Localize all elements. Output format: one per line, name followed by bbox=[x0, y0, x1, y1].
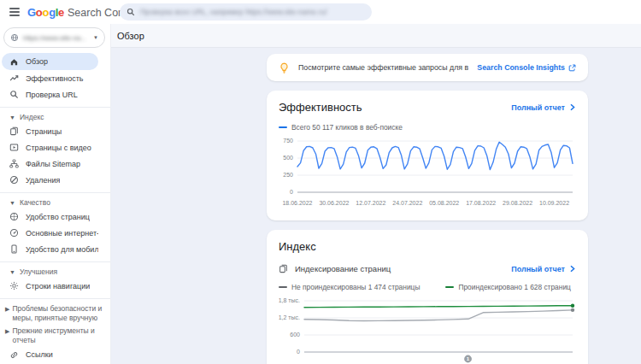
menu-icon[interactable] bbox=[3, 0, 26, 24]
sidebar: https://www.site-na... ▼ Обзор Эффективн… bbox=[0, 24, 111, 364]
pages-icon bbox=[9, 126, 19, 136]
breadcrumbs-icon bbox=[9, 281, 19, 291]
caret-down-icon: ▼ bbox=[9, 114, 15, 120]
sidebar-item-label: Основные интернет-по... bbox=[26, 229, 98, 238]
sidebar-item-breadcrumbs[interactable]: Строки навигации bbox=[2, 278, 98, 294]
search-input-value: Проверка всех URL, например https://www.… bbox=[140, 8, 327, 16]
property-url: https://www.site-na... bbox=[23, 34, 89, 42]
video-page-icon bbox=[9, 143, 19, 152]
index-chart: 1,8 тыс.1,2 тыс.60001 bbox=[279, 296, 576, 364]
block-icon bbox=[9, 175, 19, 185]
sidebar-item-legacy-tools[interactable]: ▶ Прежние инструменты и отчеты bbox=[0, 325, 110, 347]
sidebar-item-links[interactable]: Ссылки bbox=[2, 347, 98, 363]
sidebar-item-label: Строки навигации bbox=[26, 282, 90, 291]
speedometer-icon bbox=[9, 228, 19, 238]
search-icon bbox=[9, 90, 19, 99]
sidebar-section-quality[interactable]: ▼ Качество bbox=[0, 197, 110, 208]
chevron-right-icon bbox=[569, 265, 576, 273]
sitemap-icon bbox=[9, 159, 19, 168]
property-selector[interactable]: https://www.site-na... ▼ bbox=[3, 27, 105, 48]
pages-icon bbox=[279, 264, 288, 273]
sidebar-item-label: Эффективность bbox=[26, 74, 84, 83]
svg-text:24.07.2022: 24.07.2022 bbox=[392, 200, 422, 206]
svg-text:600: 600 bbox=[290, 332, 300, 338]
performance-card: Эффективность Полный отчет Всего 50 117 … bbox=[267, 91, 588, 220]
url-inspection-search-bar[interactable]: Проверка всех URL, например https://www.… bbox=[120, 3, 372, 21]
lightbulb-icon bbox=[279, 62, 290, 73]
home-icon bbox=[9, 57, 19, 67]
sidebar-item-performance[interactable]: Эффективность bbox=[2, 70, 98, 86]
sidebar-item-label: Файлы Sitemap bbox=[26, 160, 80, 168]
performance-full-report-link[interactable]: Полный отчет bbox=[511, 103, 576, 112]
page-header: Обзор bbox=[111, 24, 641, 48]
card-title: Эффективность bbox=[279, 101, 362, 114]
divider bbox=[0, 261, 110, 262]
banner-text: Посмотрите самые эффективные запросы для… bbox=[298, 63, 468, 72]
mobile-icon bbox=[9, 244, 19, 254]
caret-down-icon: ▼ bbox=[9, 269, 15, 275]
sidebar-item-label: Удобство страниц bbox=[26, 213, 90, 221]
sidebar-item-label: Ссылки bbox=[26, 350, 53, 359]
legend-not-indexed: Не проиндексированы 1 474 страницы bbox=[279, 283, 420, 291]
legend-dash-gray bbox=[279, 286, 287, 289]
sidebar-item-sitemaps[interactable]: Файлы Sitemap bbox=[2, 156, 98, 172]
external-link-icon bbox=[568, 64, 576, 72]
svg-text:29.08.2022: 29.08.2022 bbox=[503, 200, 532, 206]
card-title: Индекс bbox=[279, 240, 316, 253]
sidebar-item-overview[interactable]: Обзор bbox=[2, 53, 98, 70]
main-area: Обзор Посмотрите самые эффективные запро… bbox=[111, 24, 641, 364]
sidebar-item-label: Обзор bbox=[26, 57, 48, 66]
svg-text:0: 0 bbox=[297, 349, 300, 355]
svg-text:750: 750 bbox=[283, 138, 293, 144]
search-icon bbox=[126, 8, 135, 16]
sidebar-item-label: Удобство для мобильн... bbox=[26, 245, 98, 254]
sidebar-item-label: Удаления bbox=[26, 176, 60, 185]
svg-text:12.07.2022: 12.07.2022 bbox=[356, 200, 385, 206]
sidebar-section-index[interactable]: ▼ Индекс bbox=[0, 111, 110, 123]
divider bbox=[0, 192, 110, 193]
svg-text:05.08.2022: 05.08.2022 bbox=[429, 200, 459, 206]
legend-total-clicks: Всего 50 117 кликов в веб-поиске bbox=[279, 123, 403, 132]
sidebar-item-mobile-usability[interactable]: Удобство для мобильн... bbox=[2, 241, 98, 257]
trending-up-icon bbox=[9, 73, 19, 83]
globe-icon bbox=[10, 33, 19, 42]
legend-dash-green bbox=[445, 286, 454, 289]
content-area: Посмотрите самые эффективные запросы для… bbox=[111, 48, 641, 364]
svg-text:1: 1 bbox=[467, 355, 470, 361]
index-subtitle: Индексирование страниц bbox=[295, 264, 511, 273]
search-console-insights-link[interactable]: Search Console Insights bbox=[477, 63, 576, 72]
svg-text:1,2 тыс.: 1,2 тыс. bbox=[279, 314, 300, 320]
sidebar-item-label: Страницы bbox=[26, 127, 62, 136]
top-app-bar: Google Search Console Проверка всех URL,… bbox=[0, 0, 641, 24]
sidebar-item-core-web-vitals[interactable]: Основные интернет-по... bbox=[2, 225, 98, 241]
caret-right-icon: ▶ bbox=[5, 304, 9, 314]
svg-text:17.08.2022: 17.08.2022 bbox=[466, 200, 496, 206]
sidebar-item-label: Страницы с видео bbox=[26, 144, 91, 152]
chevron-down-icon: ▼ bbox=[93, 35, 98, 40]
svg-text:500: 500 bbox=[283, 155, 293, 161]
chevron-right-icon bbox=[569, 103, 576, 111]
svg-text:30.06.2022: 30.06.2022 bbox=[319, 200, 349, 206]
sidebar-item-video-pages[interactable]: Страницы с видео bbox=[2, 139, 98, 156]
index-card: Индекс Индексирование страниц Полный отч… bbox=[267, 230, 588, 364]
divider bbox=[0, 107, 110, 108]
svg-text:10.09.2022: 10.09.2022 bbox=[539, 200, 569, 206]
performance-chart: 750500250018.06.202230.06.202212.07.2022… bbox=[279, 136, 576, 214]
page-experience-icon bbox=[9, 212, 19, 221]
sidebar-item-pages[interactable]: Страницы bbox=[2, 123, 98, 139]
svg-text:0: 0 bbox=[290, 189, 293, 195]
link-icon bbox=[9, 350, 19, 360]
sidebar-item-page-experience[interactable]: Удобство страниц bbox=[2, 208, 98, 225]
sidebar-item-url-inspection[interactable]: Проверка URL bbox=[2, 86, 98, 103]
sidebar-item-removals[interactable]: Удаления bbox=[2, 172, 98, 188]
sidebar-item-label: Проверка URL bbox=[26, 91, 78, 99]
svg-text:250: 250 bbox=[283, 172, 293, 178]
sidebar-section-enhancements[interactable]: ▼ Улучшения bbox=[0, 266, 110, 278]
index-full-report-link[interactable]: Полный отчет bbox=[511, 265, 576, 273]
svg-text:1,8 тыс.: 1,8 тыс. bbox=[279, 297, 300, 303]
google-logo: Google bbox=[27, 6, 64, 19]
caret-right-icon: ▶ bbox=[5, 326, 9, 336]
legend-dash-blue bbox=[279, 126, 287, 129]
insights-banner: Посмотрите самые эффективные запросы для… bbox=[267, 54, 588, 81]
sidebar-item-security-manual-actions[interactable]: ▶ Проблемы безопасности и меры, принятые… bbox=[0, 302, 110, 325]
